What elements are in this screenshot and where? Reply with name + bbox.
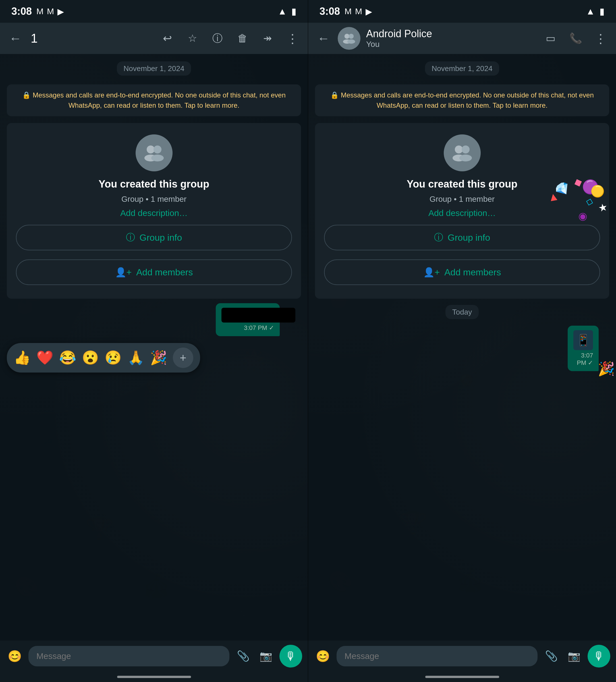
emoji-sad[interactable]: 😢 xyxy=(105,350,122,366)
group-info-label-left: Group info xyxy=(139,232,182,243)
group-meta-left: Group • 1 member xyxy=(122,195,186,204)
emoji-laugh[interactable]: 😂 xyxy=(59,350,76,366)
svg-point-24 xyxy=(349,34,354,39)
group-created-text-right: You created this group xyxy=(407,178,518,190)
home-indicator-left xyxy=(0,672,308,682)
svg-point-21 xyxy=(151,155,164,161)
date-separator-right: November 1, 2024 xyxy=(315,64,609,73)
back-button-right[interactable]: ← xyxy=(315,31,332,45)
emoji-wow[interactable]: 😮 xyxy=(82,350,99,366)
status-icons-left: M M ▶ xyxy=(37,6,64,17)
enc-text-right: 🔒 Messages and calls are end-to-end encr… xyxy=(330,91,594,109)
add-members-btn-right[interactable]: 👤+ Add members xyxy=(324,259,600,285)
date-text-left: November 1, 2024 xyxy=(117,61,191,75)
message-input-right[interactable] xyxy=(336,646,537,666)
emoji-heart[interactable]: ❤️ xyxy=(37,350,53,366)
mail-icon-1: M xyxy=(37,6,44,16)
group-avatar-left xyxy=(136,134,173,172)
group-info-label-right: Group info xyxy=(448,232,490,243)
contact-info-right: Android Police You xyxy=(366,28,536,49)
emoji-btn-left[interactable]: 😊 xyxy=(6,647,24,665)
time-text-left: 3:07 PM ✓ xyxy=(244,324,274,331)
svg-point-22 xyxy=(345,34,350,39)
contact-status-right: You xyxy=(366,40,536,49)
emoji-pray[interactable]: 🙏 xyxy=(127,350,145,366)
encryption-notice-left[interactable]: 🔒 Messages and calls are end-to-end encr… xyxy=(7,84,301,116)
msg-time-right: 3:07 PM ✓ xyxy=(573,352,593,367)
wifi-icon-r: ▲ xyxy=(586,6,595,17)
add-description-left[interactable]: Add description… xyxy=(120,208,188,218)
info-icon[interactable]: ⓘ xyxy=(209,31,226,45)
status-bar-left: 3:08 M M ▶ ▲ ▮ xyxy=(0,0,308,23)
party-reaction: 🎉 xyxy=(598,361,615,377)
delete-icon[interactable]: 🗑 xyxy=(234,32,251,44)
info-circle-icon-right: ⓘ xyxy=(434,231,443,244)
group-info-btn-left[interactable]: ⓘ Group info xyxy=(16,225,292,250)
emoji-thumbsup[interactable]: 👍 xyxy=(14,350,31,366)
today-separator: Today xyxy=(315,308,609,317)
add-description-right[interactable]: Add description… xyxy=(428,208,496,218)
date-text-right: November 1, 2024 xyxy=(425,61,500,75)
chat-bg-right: 🏠 ✈ 🎵 ❤ 📱 💬 🎂 🎸 📍 💡 🌟 🎯 ☎ 🏆 ⭐ 🎨 🎪 🔮 🟣 ◆ … xyxy=(308,54,616,640)
svg-point-20 xyxy=(154,145,161,154)
reply-icon[interactable]: ↩ xyxy=(159,32,176,45)
msg-area-right: 📱 3:07 PM ✓ 🎉 xyxy=(568,326,609,371)
message-input-left[interactable] xyxy=(28,646,229,666)
status-bar-right: 3:08 M M ▶ ▲ ▮ xyxy=(308,0,616,23)
mic-btn-left[interactable]: 🎙 xyxy=(280,645,302,667)
call-icon-right[interactable]: 📞 xyxy=(567,32,584,44)
group-info-btn-right[interactable]: ⓘ Group info xyxy=(324,225,600,250)
back-button-left[interactable]: ← xyxy=(7,31,24,45)
input-bar-left: 😊 📎 📷 🎙 xyxy=(0,640,308,672)
attach-btn-right[interactable]: 📎 xyxy=(542,647,560,665)
group-card-left: You created this group Group • 1 member … xyxy=(7,123,301,299)
emoji-more-btn[interactable]: + xyxy=(173,347,193,368)
left-panel: 3:08 M M ▶ ▲ ▮ ← 1 ↩ ☆ ⓘ 🗑 ↠ ⋮ 🏠 xyxy=(0,0,308,682)
attach-btn-left[interactable]: 📎 xyxy=(234,647,252,665)
camera-btn-left[interactable]: 📷 xyxy=(257,647,275,665)
emoji-party[interactable]: 🎉 xyxy=(150,350,167,366)
date-separator-left: November 1, 2024 xyxy=(7,64,301,73)
svg-point-18 xyxy=(147,145,155,154)
add-members-label-left: Add members xyxy=(136,267,193,278)
encryption-notice-right[interactable]: 🔒 Messages and calls are end-to-end encr… xyxy=(315,84,609,116)
input-bar-right: 😊 📎 📷 🎙 xyxy=(308,640,616,672)
youtube-icon-r: ▶ xyxy=(366,6,372,17)
msg-thumbnail-right: 📱 xyxy=(573,330,593,350)
contact-name-right: Android Police xyxy=(366,28,536,40)
add-person-icon-right: 👤+ xyxy=(423,267,440,278)
chat-bg-left: 🏠 ✈ 🎵 ❤ 📱 💬 🎂 🎸 📍 💡 🌟 🎯 ☎ 🏆 ⭐ 🎨 🎪 🔮 Nove… xyxy=(0,54,308,640)
mail-icon-r1: M xyxy=(345,6,352,16)
status-time-right: 3:08 xyxy=(320,5,340,17)
mail-icon-r2: M xyxy=(355,6,362,16)
svg-point-25 xyxy=(347,40,355,44)
mic-btn-right[interactable]: 🎙 xyxy=(588,645,610,667)
app-bar-actions-right: ▭ 📞 ⋮ xyxy=(542,31,609,46)
home-bar-left xyxy=(117,676,191,678)
video-icon-right[interactable]: ▭ xyxy=(542,32,559,44)
more-icon-left[interactable]: ⋮ xyxy=(284,31,301,46)
emoji-btn-right[interactable]: 😊 xyxy=(314,647,332,665)
more-icon-right[interactable]: ⋮ xyxy=(592,31,609,46)
group-card-right: You created this group Group • 1 member … xyxy=(315,123,609,299)
camera-btn-right[interactable]: 📷 xyxy=(565,647,583,665)
star-icon[interactable]: ☆ xyxy=(184,32,201,44)
selected-count: 1 xyxy=(31,31,152,45)
wifi-icon: ▲ xyxy=(278,6,287,17)
forward-icon[interactable]: ↠ xyxy=(259,32,276,44)
msg-time-left: 3:07 PM ✓ xyxy=(221,324,274,332)
today-text: Today xyxy=(445,305,479,319)
svg-point-46 xyxy=(462,145,469,154)
battery-icon-r: ▮ xyxy=(599,6,604,17)
add-members-label-right: Add members xyxy=(444,267,501,278)
msg-bubble-right: 📱 3:07 PM ✓ xyxy=(568,326,599,371)
add-members-btn-left[interactable]: 👤+ Add members xyxy=(16,259,292,285)
emoji-bar-left: 👍 ❤️ 😂 😮 😢 🙏 🎉 + xyxy=(7,343,200,372)
home-indicator-right xyxy=(308,672,616,682)
status-right-left: ▲ ▮ xyxy=(278,6,296,17)
contact-avatar-right[interactable] xyxy=(338,27,360,50)
youtube-icon: ▶ xyxy=(58,6,64,17)
msg-redacted-left xyxy=(221,308,295,322)
battery-icon: ▮ xyxy=(291,6,296,17)
plus-icon: + xyxy=(180,351,186,364)
